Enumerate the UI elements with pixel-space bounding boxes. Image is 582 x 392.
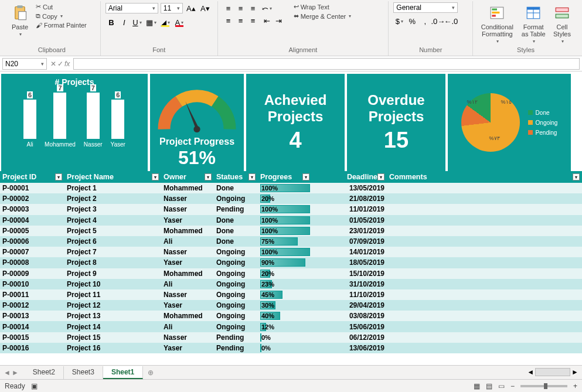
percent-button[interactable]: % — [406, 15, 418, 27]
cancel-formula-icon[interactable]: ✕ — [50, 60, 56, 68]
paste-button[interactable]: Paste ▾ — [8, 2, 32, 38]
view-page-icon[interactable]: ▤ — [486, 382, 492, 390]
table-row[interactable]: P-00008Project 8YaserOngoing90%18/05/201… — [0, 257, 582, 268]
table-row[interactable]: P-00006Project 6AliDone75%07/09/2019 — [0, 236, 582, 247]
sheet-tab[interactable]: Sheet1 — [103, 366, 143, 379]
overdue-card: Overdue Projects 15 — [347, 74, 445, 171]
zoom-in-icon[interactable]: + — [573, 382, 577, 390]
accounting-button[interactable]: $▾ — [393, 15, 405, 27]
table-row[interactable]: P-00007Project 7NasserOngoing100%14/01/2… — [0, 247, 582, 257]
decrease-decimal-button[interactable]: ←.0 — [445, 15, 457, 27]
th-progress[interactable]: Progrees▾ — [258, 173, 312, 181]
add-sheet-button[interactable]: ⊕ — [143, 367, 158, 379]
cell-progress: 30% — [258, 301, 312, 310]
cut-button[interactable]: ✂Cut — [34, 2, 89, 11]
view-normal-icon[interactable]: ▦ — [474, 382, 480, 390]
scroll-left-icon[interactable]: ◄ — [527, 368, 534, 376]
th-status[interactable]: Statues▾ — [214, 173, 258, 181]
table-row[interactable]: P-00002Project 2NasserOngoing20%21/08/20… — [0, 193, 582, 204]
formula-input[interactable] — [73, 58, 580, 70]
cell-project-id: P-00001 — [0, 184, 64, 192]
align-bottom-button[interactable]: ≡ — [247, 2, 259, 14]
th-deadline[interactable]: Deadline▾ — [312, 173, 387, 181]
macro-record-icon[interactable]: ▣ — [31, 382, 38, 390]
comma-button[interactable]: , — [419, 15, 431, 27]
zoom-slider[interactable] — [520, 385, 567, 387]
table-row[interactable]: P-00016Project 16YaserPending0%13/06/201… — [0, 343, 582, 353]
fill-color-button[interactable]: ◢▾ — [159, 16, 171, 28]
table-row[interactable]: P-00014Project 14AliOngoing12%15/06/2019 — [0, 321, 582, 332]
tab-nav-prev-icon[interactable]: ◄ — [4, 369, 11, 377]
cell-project-name: Project 14 — [64, 323, 161, 331]
fx-icon[interactable]: fx — [64, 60, 70, 68]
sheet-tab[interactable]: Sheet2 — [25, 366, 64, 379]
progress-value: 51% — [178, 147, 216, 169]
th-comments[interactable]: Comments▾ — [387, 173, 582, 181]
filter-icon[interactable]: ▾ — [152, 173, 159, 180]
increase-decimal-button[interactable]: .0→ — [432, 15, 444, 27]
th-project-id[interactable]: Project ID▾ — [0, 173, 64, 181]
cell-progress: 12% — [258, 322, 312, 332]
border-button[interactable]: ▦▾ — [145, 16, 157, 28]
decrease-font-button[interactable]: A▾ — [199, 2, 211, 14]
table-row[interactable]: P-00003Project 3NasserPending100%11/01/2… — [0, 204, 582, 214]
table-row[interactable]: P-00009Project 9MohammedOngoing20%15/10/… — [0, 268, 582, 279]
filter-icon[interactable]: ▾ — [55, 173, 62, 180]
align-top-button[interactable]: ≡ — [223, 2, 234, 14]
align-left-button[interactable]: ≡ — [223, 15, 234, 26]
underline-button[interactable]: U▾ — [131, 16, 143, 28]
orientation-button[interactable]: ⤺▾ — [261, 2, 273, 14]
table-row[interactable]: P-00005Project 5MohammedDone100%23/01/20… — [0, 226, 582, 236]
align-middle-button[interactable]: ≡ — [235, 2, 247, 14]
tab-nav-next-icon[interactable]: ► — [12, 369, 19, 377]
th-project-name[interactable]: Project Name▾ — [64, 173, 161, 181]
font-size-select[interactable]: 11▾ — [161, 3, 183, 13]
table-row[interactable]: P-00011Project 11NasserOngoing45%11/10/2… — [0, 289, 582, 300]
table-row[interactable]: P-00013Project 13MohammedOngoing40%03/08… — [0, 311, 582, 321]
format-as-table-button[interactable]: Format as Table▾ — [519, 2, 548, 45]
table-row[interactable]: P-00012Project 12YaserOngoing30%29/04/20… — [0, 300, 582, 311]
number-format-select[interactable]: General▾ — [393, 2, 458, 13]
cell-styles-button[interactable]: Cell Styles▾ — [550, 2, 574, 45]
table-row[interactable]: P-00004Project 4YaserDone100%01/05/2019 — [0, 215, 582, 226]
align-right-button[interactable]: ≡ — [247, 15, 259, 26]
cell-styles-icon — [553, 4, 571, 22]
wrap-text-button[interactable]: ↩Wrap Text — [292, 2, 353, 11]
font-color-button[interactable]: A▾ — [173, 16, 185, 28]
zoom-out-icon[interactable]: − — [510, 382, 515, 390]
table-row[interactable]: P-00015Project 15NasserPending0%06/12/20… — [0, 332, 582, 343]
bar-item: 6Ali — [23, 91, 36, 148]
italic-button[interactable]: I — [118, 16, 130, 28]
enter-formula-icon[interactable]: ✓ — [57, 60, 63, 68]
bold-button[interactable]: B — [105, 16, 117, 28]
filter-icon[interactable]: ▾ — [249, 173, 256, 180]
view-break-icon[interactable]: ▭ — [498, 382, 505, 390]
filter-icon[interactable]: ▾ — [205, 173, 212, 180]
merge-icon: ⬌ — [294, 12, 299, 20]
ribbon-group-number: General▾ $▾ % , .0→ ←.0 Number — [389, 1, 473, 56]
merge-center-button[interactable]: ⬌Merge & Center▾ — [292, 12, 353, 21]
table-row[interactable]: P-00001Project 1MohammedDone100%13/05/20… — [0, 183, 582, 193]
scroll-right-icon[interactable]: ► — [571, 368, 578, 376]
increase-indent-button[interactable]: ⇥ — [273, 15, 285, 26]
scroll-track[interactable] — [535, 368, 570, 376]
align-center-button[interactable]: ≡ — [235, 15, 247, 26]
achieved-label: Achevied Projects — [246, 92, 345, 124]
sheet-tab[interactable]: Sheet3 — [64, 366, 103, 379]
filter-icon[interactable]: ▾ — [302, 173, 309, 180]
horizontal-scrollbar[interactable]: ◄ ► — [527, 368, 578, 376]
name-box[interactable]: N20▾ — [2, 58, 47, 70]
worksheet[interactable]: # Projects 6Ali7Mohammed7Nasser6Yaser Pr… — [0, 71, 582, 365]
format-painter-button[interactable]: 🖌Format Painter — [34, 21, 89, 29]
th-owner[interactable]: Owner▾ — [161, 173, 214, 181]
table-row[interactable]: P-00010Project 10AliOngoing23%31/10/2019 — [0, 279, 582, 289]
conditional-formatting-button[interactable]: Conditional Formatting▾ — [478, 2, 516, 45]
increase-font-button[interactable]: A▴ — [185, 2, 197, 14]
filter-icon[interactable]: ▾ — [573, 173, 580, 180]
cell-owner: Nasser — [161, 205, 214, 213]
group-title-alignment: Alignment — [223, 45, 384, 54]
decrease-indent-button[interactable]: ⇤ — [261, 15, 273, 26]
copy-button[interactable]: ⧉Copy▾ — [34, 12, 89, 21]
font-name-select[interactable]: Arial▾ — [105, 3, 158, 13]
filter-icon[interactable]: ▾ — [377, 173, 384, 180]
